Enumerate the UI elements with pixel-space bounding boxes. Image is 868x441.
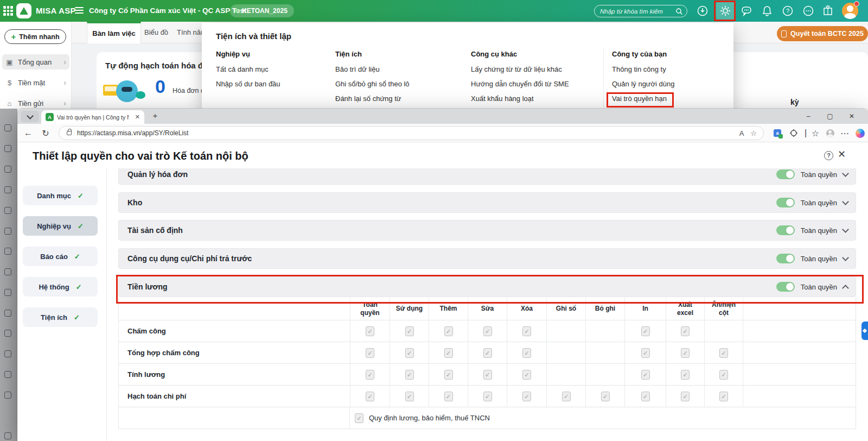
menu-item[interactable]: Ghi sổ/bỏ ghi sổ theo lô	[335, 80, 410, 88]
address-bar[interactable]: https://actasp.misa.vn/app/SY/RoleList A…	[59, 126, 764, 140]
table-row: Hạch toán chi phí✓✓✓✓✓✓✓✓✓✓	[119, 386, 856, 407]
permission-cell: ✓	[468, 342, 507, 363]
hamburger-icon[interactable]	[75, 7, 84, 15]
new-tab-button[interactable]: +	[150, 111, 161, 120]
trailing-cell	[743, 320, 856, 342]
invoice-count: 0	[155, 76, 165, 97]
menu-item[interactable]: Hướng dẫn chuyển đổi từ SME	[471, 80, 569, 88]
dialog-nav-2[interactable]: Nghiệp vụ✓	[23, 216, 98, 236]
checked-checkbox: ✓	[681, 326, 690, 336]
company-title[interactable]: Công ty Cổ Phần Cảm xúc Việt - QC ASP Te…	[89, 0, 247, 22]
menu-item[interactable]: Đánh lại số chứng từ	[335, 95, 410, 103]
section-label: Công cụ dụng cụ/Chi phí trả trước	[127, 254, 252, 263]
section-controls: Toàn quyền	[776, 254, 848, 263]
check-icon: ✓	[74, 313, 80, 322]
plus-icon: +	[11, 32, 16, 41]
permission-cell: ✓	[468, 364, 507, 385]
collections-icon[interactable]: ☆	[809, 124, 821, 142]
dialog-nav-4[interactable]: Hệ thống✓	[23, 277, 98, 297]
dialog-nav-1[interactable]: Danh mục✓	[23, 186, 98, 205]
chevron-down-icon[interactable]	[842, 198, 849, 205]
section-bar-4[interactable]: Công cụ dụng cụ/Chi phí trả trướcToàn qu…	[118, 248, 856, 269]
svg-text:?: ?	[786, 8, 789, 14]
url-text[interactable]: https://actasp.misa.vn/app/SY/RoleList	[77, 129, 739, 137]
quick-add-button[interactable]: + Thêm nhanh	[4, 29, 66, 44]
chevron-down-icon[interactable]	[842, 226, 849, 233]
chevron-right-icon: ›	[63, 78, 66, 87]
back-button[interactable]: ←	[22, 124, 35, 142]
permission-toggle[interactable]	[776, 198, 795, 207]
sidebar-item-2[interactable]: $Tiền mặt›	[2, 75, 69, 90]
promo-text-bold: kỳ	[790, 98, 799, 106]
permission-toggle[interactable]	[776, 225, 795, 235]
global-search[interactable]	[594, 5, 687, 17]
browser-tab[interactable]: A Vai trò quyền hạn | Công ty MISA ✕	[41, 110, 144, 124]
bctc-settlement-button[interactable]: Quyết toán BCTC 2025	[777, 26, 868, 41]
tab-close-icon[interactable]: ✕	[135, 114, 140, 121]
dialog-nav-5[interactable]: Tiện ích✓	[23, 307, 98, 327]
lock-icon	[67, 131, 72, 135]
permission-label: Toàn quyền	[801, 199, 837, 207]
card-title: Tự động hạch toán hóa đơn	[105, 61, 214, 70]
translate-extension-icon[interactable]: a	[771, 124, 783, 142]
misa-logo[interactable]	[16, 3, 31, 18]
profile-icon[interactable]	[824, 124, 836, 142]
chevron-down-icon[interactable]	[842, 170, 849, 177]
menu-item[interactable]: Thông tin công ty	[612, 66, 675, 73]
extensions-icon[interactable]	[788, 124, 800, 142]
idea-book-icon[interactable]	[821, 4, 834, 17]
favorite-star-icon[interactable]: ☆	[750, 129, 757, 137]
edge-sidebar-handle[interactable]	[861, 322, 868, 340]
chevron-down-icon[interactable]	[842, 254, 849, 261]
tab-search-button[interactable]	[21, 111, 39, 122]
menu-item[interactable]: Bảo trì dữ liệu	[335, 66, 410, 73]
section-bar-3[interactable]: Tài sản cố địnhToàn quyền	[118, 220, 856, 241]
trailing-cell	[743, 386, 856, 407]
refresh-button[interactable]: ↻	[39, 124, 52, 142]
permission-toggle[interactable]	[776, 169, 795, 179]
check-icon: ✓	[76, 283, 82, 291]
download-icon[interactable]	[696, 4, 709, 17]
environment-badge[interactable]: KETOAN_2025	[230, 4, 294, 17]
help-icon[interactable]: ?	[824, 151, 833, 160]
maximize-button[interactable]: ▢	[820, 109, 840, 124]
chevron-right-icon: ›	[63, 99, 66, 108]
close-icon[interactable]: ✕	[838, 148, 846, 160]
column-header-label: Ghi sổ	[553, 305, 579, 313]
read-aloud-icon[interactable]: A	[739, 129, 744, 137]
permission-label: Toàn quyền	[801, 255, 837, 263]
nav-divider	[106, 168, 107, 441]
checked-checkbox: ✓	[483, 392, 492, 401]
bell-icon[interactable]	[761, 4, 774, 17]
menu-item[interactable]: Xuất khẩu hàng loạt	[471, 95, 569, 103]
menu-item[interactable]: Lấy chứng từ từ dữ liệu khác	[471, 66, 569, 73]
checked-checkbox: ✓	[483, 370, 492, 380]
permission-cell: ✓	[704, 342, 743, 363]
tab-bieu-do[interactable]: Biểu đồ	[144, 22, 168, 43]
close-button[interactable]: ✕	[842, 109, 861, 124]
section-bar-2[interactable]: KhoToàn quyền	[118, 192, 856, 213]
more-icon[interactable]	[802, 4, 815, 17]
waffle-icon[interactable]	[3, 6, 13, 16]
permission-label: Toàn quyền	[801, 226, 837, 235]
sidebar-item-1[interactable]: ▣Tổng quan›	[2, 54, 69, 70]
dialog-nav-3[interactable]: Báo cáo✓	[23, 247, 98, 266]
row-label-cell: Tính lương	[119, 364, 350, 385]
section-label: Kho	[127, 198, 142, 207]
menu-item[interactable]: Tất cả danh mục	[216, 66, 280, 73]
help-icon[interactable]: ?	[781, 4, 794, 17]
permission-cell: ✓	[507, 386, 546, 407]
minimize-button[interactable]: –	[799, 109, 818, 124]
table-footer-row: ✓Quy định lương, bảo hiểm, thuế TNCN	[119, 407, 856, 429]
permission-toggle[interactable]	[776, 254, 795, 263]
tab-ban-lam-viec[interactable]: Bàn làm việc	[87, 22, 141, 43]
checked-checkbox: ✓	[444, 370, 453, 380]
permission-cell: ✓	[704, 364, 743, 385]
menu-item[interactable]: Quản lý người dùng	[612, 80, 675, 88]
chat-icon[interactable]	[740, 4, 753, 17]
search-input[interactable]	[595, 5, 671, 17]
settings-dots-icon[interactable]: ⋯	[839, 124, 851, 142]
section-bar-1[interactable]: Quản lý hóa đơnToàn quyền	[118, 168, 856, 185]
copilot-icon[interactable]	[854, 124, 866, 142]
menu-item[interactable]: Nhập số dư ban đầu	[216, 80, 280, 88]
